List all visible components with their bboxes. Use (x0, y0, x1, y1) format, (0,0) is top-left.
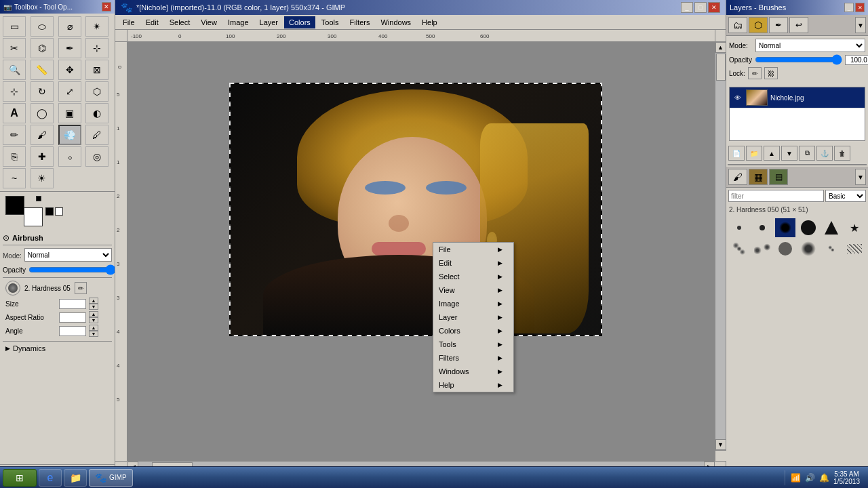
heal-tool[interactable]: ✚ (31, 146, 54, 167)
lock-pixels-icon[interactable]: ✏ (748, 67, 762, 79)
canvas-surface[interactable]: File ▶ Edit ▶ Select ▶ View (127, 42, 715, 461)
brush-cell-2[interactable] (752, 218, 772, 237)
paths-tool[interactable]: ✒ (58, 38, 81, 58)
history-tab-icon[interactable]: ↩ (789, 17, 808, 33)
brush-edit-button[interactable]: ✏ (75, 282, 87, 294)
channels-tab-icon[interactable]: ⬡ (749, 17, 768, 33)
airbrush-tool[interactable]: 💨 (58, 125, 81, 145)
crop-tool[interactable]: ⊹ (3, 81, 26, 102)
free-select-tool[interactable]: ⌀ (58, 16, 81, 37)
brush-filter-select[interactable]: Basic (825, 190, 866, 202)
mode-dropdown[interactable]: Normal (24, 248, 112, 262)
menu-file[interactable]: File (118, 16, 140, 28)
notification-icon[interactable]: 🔔 (819, 473, 829, 483)
menu-view[interactable]: View (196, 16, 222, 28)
ctx-layer[interactable]: Layer ▶ (433, 310, 513, 324)
smudge-tool[interactable]: ~ (3, 168, 26, 188)
brush-cell-6[interactable]: ★ (844, 218, 865, 237)
angle-up-arrow[interactable]: ▲ (89, 325, 98, 331)
ctx-select[interactable]: Select ▶ (433, 270, 513, 283)
ie-taskbar-button[interactable]: e (39, 469, 62, 487)
start-button[interactable]: ⊞ (3, 469, 37, 487)
dynamics-toggle[interactable]: ▶ Dynamics (5, 344, 109, 352)
layer-eye-toggle[interactable]: 👁 (732, 92, 743, 103)
color-picker-tool[interactable]: ⊹ (85, 38, 108, 58)
aspect-down-arrow[interactable]: ▼ (89, 317, 98, 323)
brush-cell-12[interactable] (844, 239, 865, 258)
brush-cell-8[interactable] (752, 239, 772, 258)
shear-tool[interactable]: ⬡ (85, 81, 108, 102)
gradients-tab-icon[interactable]: ▤ (769, 169, 788, 185)
scroll-down-button[interactable]: ▼ (715, 439, 726, 450)
size-up-arrow[interactable]: ▲ (89, 298, 98, 304)
new-layer-button[interactable]: 📄 (728, 146, 745, 161)
perspective-clone-tool[interactable]: ⬦ (58, 146, 81, 167)
brushes-panel-menu[interactable]: ▼ (855, 169, 866, 185)
layers-tab-icon[interactable]: 🗂 (728, 17, 747, 33)
reset-swap-icons[interactable]: ↺ (36, 196, 43, 203)
brush-cell-7[interactable] (729, 239, 749, 258)
size-input[interactable]: 20.00 (59, 299, 86, 309)
scroll-track-v[interactable] (715, 53, 726, 439)
delete-layer-button[interactable]: 🗑 (834, 146, 850, 161)
scroll-thumb-v[interactable] (716, 54, 726, 81)
panel-menu-button[interactable]: ▼ (855, 17, 866, 33)
close-button[interactable]: ✕ (708, 2, 720, 13)
menu-layer[interactable]: Layer (255, 16, 283, 28)
foreground-color[interactable] (5, 196, 24, 215)
rotate-tool[interactable]: ↻ (31, 81, 54, 102)
scroll-up-button[interactable]: ▲ (715, 42, 726, 53)
brush-cell-4[interactable] (798, 218, 818, 237)
new-layer-group-button[interactable]: 📁 (746, 146, 762, 161)
ctx-filters[interactable]: Filters ▶ (433, 351, 513, 365)
menu-windows[interactable]: Windows (376, 16, 416, 28)
zoom-tool[interactable]: 🔍 (3, 60, 26, 80)
aspect-up-arrow[interactable]: ▲ (89, 311, 98, 317)
blend-tool[interactable]: ◐ (85, 103, 108, 123)
align-tool[interactable]: ⊠ (85, 60, 108, 80)
menu-help[interactable]: Help (417, 16, 442, 28)
measure-tool[interactable]: 📏 (31, 60, 54, 80)
background-color[interactable] (24, 207, 43, 226)
anchor-layer-button[interactable]: ⚓ (816, 146, 833, 161)
brush-cell-3-selected[interactable] (775, 218, 795, 237)
menu-select[interactable]: Select (165, 16, 195, 28)
ctx-image[interactable]: Image ▶ (433, 297, 513, 310)
scale-tool[interactable]: ⤢ (58, 81, 81, 102)
pencil-tool[interactable]: ✏ (3, 125, 26, 145)
ctx-help[interactable]: Help ▶ (433, 378, 513, 392)
rect-select-tool[interactable]: ▭ (3, 16, 26, 37)
layers-opacity-value[interactable] (845, 55, 868, 65)
ctx-file[interactable]: File ▶ (433, 243, 513, 256)
fuzzy-select-tool[interactable]: ✴ (85, 16, 108, 37)
angle-down-arrow[interactable]: ▼ (89, 331, 98, 337)
brush-cell-10[interactable] (798, 239, 818, 258)
panel-close-button[interactable]: ✕ (855, 3, 865, 12)
ctx-edit[interactable]: Edit ▶ (433, 256, 513, 270)
lock-position-icon[interactable]: ⛓ (764, 67, 778, 79)
menu-tools[interactable]: Tools (317, 16, 344, 28)
brush-filter-input[interactable] (728, 190, 824, 202)
panel-min-button[interactable]: _ (844, 3, 854, 12)
size-down-arrow[interactable]: ▼ (89, 304, 98, 310)
scissors-tool[interactable]: ✂ (3, 38, 26, 58)
raise-layer-button[interactable]: ▲ (764, 146, 780, 161)
ctx-colors[interactable]: Colors ▶ (433, 324, 513, 338)
ink-tool[interactable]: 🖊 (85, 125, 108, 145)
layers-mode-dropdown[interactable]: Normal (755, 39, 865, 52)
brush-cell-11[interactable] (821, 239, 842, 258)
brush-cell-9[interactable] (775, 239, 795, 258)
move-tool[interactable]: ✥ (58, 60, 81, 80)
menu-filters[interactable]: Filters (345, 16, 375, 28)
minimize-button[interactable]: _ (681, 2, 693, 13)
patterns-tab-icon[interactable]: ▦ (749, 169, 768, 185)
aspect-ratio-input[interactable]: 0.00 (59, 312, 86, 323)
paths-tab-icon[interactable]: ✒ (769, 17, 788, 33)
file-explorer-taskbar-button[interactable]: 📁 (64, 469, 87, 487)
gimp-taskbar-button[interactable]: 🐾 GIMP (89, 469, 133, 487)
clock-date[interactable]: 5:35 AM 1/5/2013 (833, 470, 860, 485)
opacity-slider[interactable] (28, 264, 115, 275)
menu-edit[interactable]: Edit (141, 16, 163, 28)
text-tool[interactable]: A (3, 103, 26, 123)
ctx-tools[interactable]: Tools ▶ (433, 338, 513, 351)
